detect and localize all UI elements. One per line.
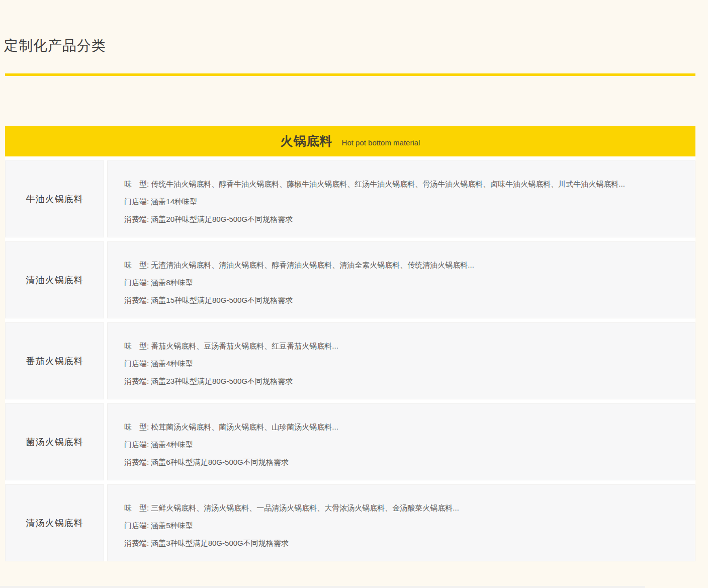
flavor-line: 味 型: 无渣清油火锅底料、清油火锅底料、醇香清油火锅底料、清油全素火锅底料、传…	[124, 256, 680, 274]
flavor-line: 味 型: 三鲜火锅底料、清汤火锅底料、一品清汤火锅底料、大骨浓汤火锅底料、金汤酸…	[124, 499, 680, 517]
store-label: 门店端:	[124, 197, 149, 206]
consumer-label: 消费端:	[124, 539, 149, 547]
store-line: 门店端: 涵盖4种味型	[124, 436, 680, 453]
store-line: 门店端: 涵盖14种味型	[124, 193, 680, 210]
category-cell: 番茄火锅底料	[5, 322, 104, 399]
category-cell: 牛油火锅底料	[5, 160, 104, 237]
consumer-value: 涵盖3种味型满足80G-500G不同规格需求	[151, 539, 288, 547]
page-title: 定制化产品分类	[4, 36, 106, 55]
store-value: 涵盖8种味型	[151, 278, 193, 287]
detail-cell: 味 型: 传统牛油火锅底料、醇香牛油火锅底料、藤椒牛油火锅底料、红汤牛油火锅底料…	[107, 160, 695, 237]
store-value: 涵盖4种味型	[151, 359, 193, 368]
flavor-value: 三鲜火锅底料、清汤火锅底料、一品清汤火锅底料、大骨浓汤火锅底料、金汤酸菜火锅底料…	[151, 503, 459, 512]
table-header-title-cn: 火锅底料	[281, 133, 333, 149]
hotpot-base-table: 火锅底料 Hot pot bottom material 牛油火锅底料 味 型:…	[5, 126, 695, 561]
consumer-value: 涵盖15种味型满足80G-500G不同规格需求	[151, 296, 293, 304]
detail-cell: 味 型: 松茸菌汤火锅底料、菌汤火锅底料、山珍菌汤火锅底料... 门店端: 涵盖…	[107, 403, 695, 480]
store-label: 门店端:	[124, 440, 149, 449]
next-section-edge	[0, 586, 645, 588]
consumer-value: 涵盖23种味型满足80G-500G不同规格需求	[151, 377, 293, 385]
flavor-label: 味 型:	[124, 261, 149, 269]
detail-cell: 味 型: 无渣清油火锅底料、清油火锅底料、醇香清油火锅底料、清油全素火锅底料、传…	[107, 241, 695, 318]
store-value: 涵盖14种味型	[151, 197, 197, 206]
table-row: 菌汤火锅底料 味 型: 松茸菌汤火锅底料、菌汤火锅底料、山珍菌汤火锅底料... …	[5, 403, 695, 480]
category-cell: 清油火锅底料	[5, 241, 104, 318]
consumer-line: 消费端: 涵盖15种味型满足80G-500G不同规格需求	[124, 291, 680, 309]
table-row: 牛油火锅底料 味 型: 传统牛油火锅底料、醇香牛油火锅底料、藤椒牛油火锅底料、红…	[5, 160, 695, 237]
consumer-label: 消费端:	[124, 296, 149, 304]
consumer-label: 消费端:	[124, 377, 149, 385]
flavor-line: 味 型: 松茸菌汤火锅底料、菌汤火锅底料、山珍菌汤火锅底料...	[124, 418, 680, 436]
store-label: 门店端:	[124, 278, 149, 287]
table-row: 清汤火锅底料 味 型: 三鲜火锅底料、清汤火锅底料、一品清汤火锅底料、大骨浓汤火…	[5, 484, 695, 561]
store-line: 门店端: 涵盖4种味型	[124, 355, 680, 372]
title-divider	[5, 73, 695, 76]
consumer-line: 消费端: 涵盖3种味型满足80G-500G不同规格需求	[124, 534, 680, 552]
store-label: 门店端:	[124, 359, 149, 368]
table-header: 火锅底料 Hot pot bottom material	[5, 126, 695, 156]
consumer-label: 消费端:	[124, 458, 149, 466]
flavor-label: 味 型:	[124, 503, 149, 512]
store-line: 门店端: 涵盖5种味型	[124, 517, 680, 534]
consumer-line: 消费端: 涵盖6种味型满足80G-500G不同规格需求	[124, 453, 680, 471]
table-header-title-en: Hot pot bottom material	[342, 138, 420, 147]
consumer-line: 消费端: 涵盖23种味型满足80G-500G不同规格需求	[124, 372, 680, 390]
flavor-label: 味 型:	[124, 180, 149, 188]
store-line: 门店端: 涵盖8种味型	[124, 274, 680, 291]
table-row: 番茄火锅底料 味 型: 番茄火锅底料、豆汤番茄火锅底料、红豆番茄火锅底料... …	[5, 322, 695, 399]
flavor-label: 味 型:	[124, 342, 149, 350]
category-cell: 清汤火锅底料	[5, 484, 104, 561]
detail-cell: 味 型: 三鲜火锅底料、清汤火锅底料、一品清汤火锅底料、大骨浓汤火锅底料、金汤酸…	[107, 484, 695, 561]
consumer-line: 消费端: 涵盖20种味型满足80G-500G不同规格需求	[124, 210, 680, 228]
flavor-line: 味 型: 番茄火锅底料、豆汤番茄火锅底料、红豆番茄火锅底料...	[124, 337, 680, 355]
flavor-value: 松茸菌汤火锅底料、菌汤火锅底料、山珍菌汤火锅底料...	[151, 423, 338, 431]
flavor-value: 传统牛油火锅底料、醇香牛油火锅底料、藤椒牛油火锅底料、红汤牛油火锅底料、骨汤牛油…	[151, 180, 625, 188]
detail-cell: 味 型: 番茄火锅底料、豆汤番茄火锅底料、红豆番茄火锅底料... 门店端: 涵盖…	[107, 322, 695, 399]
flavor-label: 味 型:	[124, 423, 149, 431]
consumer-value: 涵盖6种味型满足80G-500G不同规格需求	[151, 458, 288, 466]
store-label: 门店端:	[124, 521, 149, 530]
consumer-label: 消费端:	[124, 215, 149, 223]
consumer-value: 涵盖20种味型满足80G-500G不同规格需求	[151, 215, 293, 223]
flavor-line: 味 型: 传统牛油火锅底料、醇香牛油火锅底料、藤椒牛油火锅底料、红汤牛油火锅底料…	[124, 175, 680, 193]
store-value: 涵盖5种味型	[151, 521, 193, 530]
store-value: 涵盖4种味型	[151, 440, 193, 449]
flavor-value: 番茄火锅底料、豆汤番茄火锅底料、红豆番茄火锅底料...	[151, 342, 338, 350]
flavor-value: 无渣清油火锅底料、清油火锅底料、醇香清油火锅底料、清油全素火锅底料、传统清油火锅…	[151, 261, 474, 269]
category-cell: 菌汤火锅底料	[5, 403, 104, 480]
table-row: 清油火锅底料 味 型: 无渣清油火锅底料、清油火锅底料、醇香清油火锅底料、清油全…	[5, 241, 695, 318]
